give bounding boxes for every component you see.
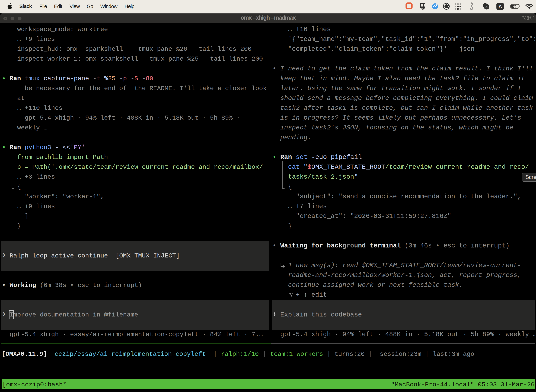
- svg-text:A: A: [498, 4, 502, 9]
- svg-text:..61: ..61: [485, 5, 489, 9]
